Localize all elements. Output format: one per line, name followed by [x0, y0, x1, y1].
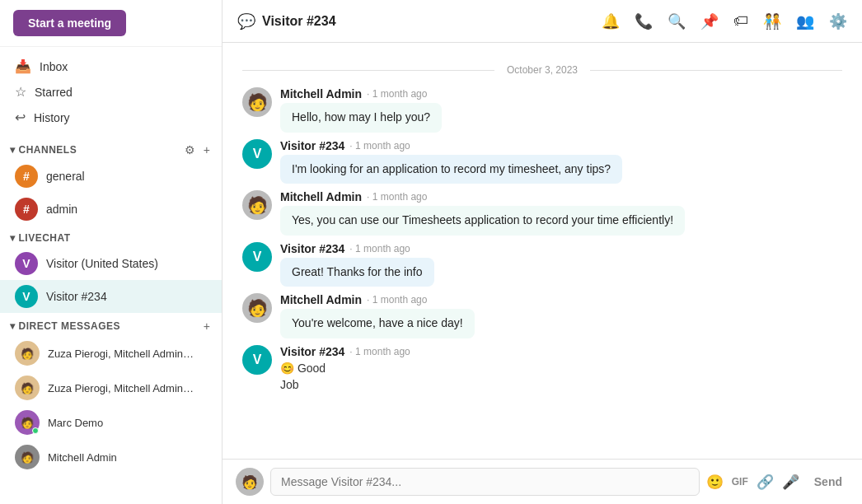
message-content: Mitchell Admin · 1 month ago Hello, how …	[280, 87, 842, 133]
message-content: Visitor #234 · 1 month ago 😊 GoodJob	[280, 345, 842, 393]
livechat-label: Visitor (United States)	[46, 257, 158, 270]
message-meta: Visitor #234 · 1 month ago	[280, 345, 842, 358]
message-text: 😊 Good	[280, 361, 842, 377]
livechat-label: Visitor #234	[46, 290, 107, 303]
livechat-collapse-btn[interactable]: ▾ LIVECHAT	[10, 232, 71, 244]
dm-section-header: ▾ DIRECT MESSAGES +	[0, 313, 222, 336]
chat-title-text: Visitor #234	[262, 14, 336, 29]
sidebar-item-label: Starred	[35, 86, 73, 99]
livechat-list: V Visitor (United States)V Visitor #234	[0, 247, 222, 313]
message-sender: Mitchell Admin	[280, 87, 362, 100]
chevron-down-icon: ▾	[10, 320, 16, 332]
add-member-icon[interactable]: 🧑‍🤝‍🧑	[763, 12, 781, 30]
dm-label: Marc Demo	[48, 417, 103, 429]
message-text: Job	[280, 377, 842, 394]
chevron-down-icon: ▾	[10, 232, 16, 244]
channel-item-admin[interactable]: # admin	[0, 193, 222, 226]
bell-icon[interactable]: 🔔	[602, 12, 620, 30]
message-meta: Visitor #234 · 1 month ago	[280, 242, 842, 255]
chat-channel-icon: 💬	[237, 12, 255, 30]
message-bubble: Hello, how may I help you?	[280, 103, 442, 133]
channels-settings-icon[interactable]: ⚙	[183, 143, 197, 156]
message-time: · 1 month ago	[349, 346, 410, 357]
message-bubble: I'm looking for an application to record…	[280, 155, 622, 184]
dm-item-dm2[interactable]: 🧑 Zuza Pierogi, Mitchell Admin, a...	[0, 371, 222, 405]
gif-button[interactable]: GIF	[732, 476, 748, 488]
dm-item-dm3[interactable]: 🧑 Marc Demo	[0, 405, 222, 440]
history-icon: ↩	[15, 110, 26, 125]
channel-item-general[interactable]: # general	[0, 160, 222, 193]
channels-collapse-btn[interactable]: ▾ CHANNELS	[10, 144, 77, 156]
message-sender: Visitor #234	[280, 345, 344, 358]
message-bubble: You're welcome, have a nice day!	[280, 309, 475, 338]
dm-item-dm4[interactable]: 🧑 Mitchell Admin	[0, 440, 222, 474]
livechat-label: LIVECHAT	[19, 232, 71, 244]
sidebar: Start a meeting 📥 Inbox☆ Starred↩ Histor…	[0, 0, 223, 504]
dm-avatar: 🧑	[15, 445, 40, 469]
message-m3: 🧑 Mitchell Admin · 1 month ago Yes, you …	[242, 190, 842, 236]
search-icon[interactable]: 🔍	[668, 12, 686, 30]
message-bubble: Yes, you can use our Timesheets applicat…	[280, 206, 685, 236]
channel-icon: #	[15, 198, 38, 221]
message-bubble: Great! Thanks for the info	[280, 258, 434, 287]
emoji-button[interactable]: 🙂	[706, 474, 724, 491]
message-content: Mitchell Admin · 1 month ago Yes, you ca…	[280, 190, 842, 236]
input-avatar: 🧑	[236, 468, 264, 496]
message-content: Visitor #234 · 1 month ago I'm looking f…	[280, 139, 842, 184]
header-actions: 🔔 📞 🔍 📌 🏷 🧑‍🤝‍🧑 👥 ⚙️	[602, 12, 847, 30]
message-avatar: V	[242, 345, 272, 375]
chat-header: 💬 Visitor #234 🔔 📞 🔍 📌 🏷 🧑‍🤝‍🧑 👥 ⚙️	[223, 0, 862, 43]
message-meta: Mitchell Admin · 1 month ago	[280, 87, 842, 100]
dm-avatar: 🧑	[15, 341, 40, 366]
dm-label: Zuza Pierogi, Mitchell Admin, a...	[48, 382, 196, 394]
dm-add-icon[interactable]: +	[202, 320, 212, 333]
phone-icon[interactable]: 📞	[635, 12, 653, 30]
inbox-icon: 📥	[15, 58, 31, 74]
channels-add-icon[interactable]: +	[202, 143, 212, 156]
pin-icon[interactable]: 📌	[700, 12, 719, 30]
online-indicator	[32, 427, 39, 434]
start-meeting-button[interactable]: Start a meeting	[13, 10, 126, 36]
dm-item-dm1[interactable]: 🧑 Zuza Pierogi, Mitchell Admin, a...	[0, 336, 222, 371]
sidebar-item-inbox[interactable]: 📥 Inbox	[0, 54, 222, 79]
message-input[interactable]	[270, 468, 700, 496]
channels-section-header: ▾ CHANNELS ⚙ +	[0, 137, 222, 160]
sidebar-item-label: History	[34, 111, 70, 124]
settings-icon[interactable]: ⚙️	[829, 12, 847, 30]
message-meta: Visitor #234 · 1 month ago	[280, 139, 842, 152]
sidebar-item-history[interactable]: ↩ History	[0, 105, 222, 130]
main-chat: 💬 Visitor #234 🔔 📞 🔍 📌 🏷 🧑‍🤝‍🧑 👥 ⚙️ Octo…	[223, 0, 862, 504]
message-sender: Visitor #234	[280, 242, 344, 255]
message-time: · 1 month ago	[367, 191, 427, 203]
tag-icon[interactable]: 🏷	[733, 12, 748, 30]
message-m2: V Visitor #234 · 1 month ago I'm looking…	[242, 139, 842, 184]
livechat-icon: V	[15, 285, 38, 308]
message-time: · 1 month ago	[349, 140, 410, 152]
date-divider: October 3, 2023	[242, 64, 842, 76]
members-icon[interactable]: 👥	[796, 12, 814, 30]
dm-avatar-wrap: 🧑	[15, 410, 40, 435]
messages-container: 🧑 Mitchell Admin · 1 month ago Hello, ho…	[242, 87, 842, 399]
livechat-item-visitor-us[interactable]: V Visitor (United States)	[0, 247, 222, 280]
channels-actions: ⚙ +	[183, 143, 212, 156]
sidebar-nav: 📥 Inbox☆ Starred↩ History	[0, 47, 222, 137]
audio-button[interactable]: 🎤	[782, 474, 799, 491]
dm-actions: +	[202, 320, 212, 333]
input-actions: 🙂 GIF 🔗 🎤 Send	[706, 472, 849, 492]
attachment-button[interactable]: 🔗	[757, 474, 774, 491]
send-button[interactable]: Send	[808, 472, 849, 492]
dm-label: Zuza Pierogi, Mitchell Admin, a...	[48, 348, 196, 360]
livechat-section-header: ▾ LIVECHAT	[0, 226, 222, 247]
sidebar-item-starred[interactable]: ☆ Starred	[0, 79, 222, 105]
message-content: Mitchell Admin · 1 month ago You're welc…	[280, 293, 842, 338]
dm-avatar: 🧑	[15, 376, 40, 400]
chat-messages: October 3, 2023 🧑 Mitchell Admin · 1 mon…	[223, 43, 862, 459]
dm-collapse-btn[interactable]: ▾ DIRECT MESSAGES	[10, 320, 120, 332]
livechat-item-visitor234[interactable]: V Visitor #234	[0, 280, 222, 313]
message-time: · 1 month ago	[349, 243, 410, 254]
message-m4: V Visitor #234 · 1 month ago Great! Than…	[242, 242, 842, 287]
message-avatar: 🧑	[242, 293, 272, 323]
starred-icon: ☆	[15, 84, 26, 100]
sidebar-item-label: Inbox	[40, 60, 68, 73]
message-sender: Mitchell Admin	[280, 190, 362, 203]
